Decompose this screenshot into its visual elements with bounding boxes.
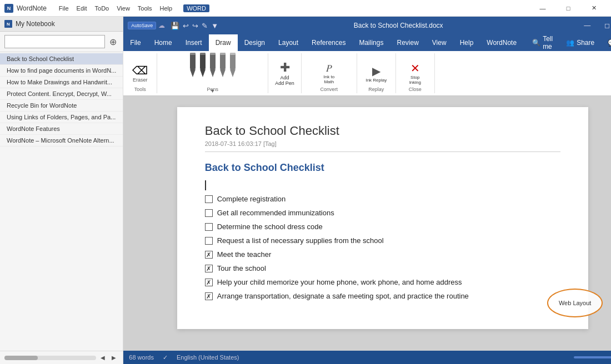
- ink-to-math-button[interactable]: 𝑃 Ink to Math: [317, 60, 341, 87]
- checkbox-1[interactable]: [205, 209, 213, 217]
- tab-file[interactable]: File: [123, 34, 147, 51]
- tools-group-label: Tools: [123, 87, 157, 92]
- sidebar-item-7[interactable]: WordNote – Microsoft OneNote Altern...: [0, 135, 123, 146]
- scroll-right-button[interactable]: ▶: [109, 353, 118, 362]
- sidebar-footer: ◀ ▶: [0, 351, 123, 364]
- pen-1[interactable]: [188, 53, 197, 77]
- undo-icon[interactable]: ↩: [182, 21, 190, 31]
- page-meta: 2018-07-31 16:03:17 [Tag]: [205, 140, 560, 147]
- add-page-button[interactable]: ⊕: [107, 36, 118, 47]
- status-right: 100%: [574, 354, 611, 361]
- checkbox-6[interactable]: ✗: [205, 279, 213, 286]
- replay-icon: ▶: [372, 64, 380, 78]
- sidebar-nav: ◀ ▶: [98, 353, 118, 362]
- sidebar-item-1[interactable]: How to find page documents in WordN...: [0, 65, 123, 77]
- comment-button[interactable]: 💬: [601, 34, 611, 51]
- tab-help[interactable]: Help: [453, 34, 480, 51]
- zoom-slider[interactable]: [574, 356, 611, 358]
- sidebar-search: ⊕: [0, 32, 123, 52]
- sidebar-scrollbar[interactable]: [4, 356, 96, 360]
- sidebar-item-5[interactable]: Using Links of Folders, Pages, and Pa...: [0, 112, 123, 123]
- sidebar-scroll-thumb[interactable]: [4, 356, 38, 360]
- pens-group-label: Pens: [157, 87, 268, 92]
- tab-design[interactable]: Design: [238, 34, 272, 51]
- save-icon[interactable]: 💾: [169, 21, 181, 31]
- svg-marker-4: [200, 69, 206, 77]
- sidebar-item-3[interactable]: Protect Content. Encrypt, Decrypt, W...: [0, 88, 123, 100]
- menu-view[interactable]: View: [113, 4, 133, 13]
- sidebar-item-4[interactable]: Recycle Bin for WordNote: [0, 100, 123, 112]
- menu-todo[interactable]: ToDo: [92, 4, 113, 13]
- checkbox-0[interactable]: [205, 195, 213, 203]
- convert-buttons: 𝑃 Ink to Math: [317, 60, 341, 87]
- svg-rect-5: [200, 53, 206, 55]
- redo-icon[interactable]: ↪: [191, 21, 199, 31]
- ink-replay-button[interactable]: ▶ Ink Replay: [362, 62, 390, 85]
- checkbox-4[interactable]: ✗: [205, 251, 213, 259]
- sidebar-header: N My Notebook: [0, 17, 123, 32]
- search-input[interactable]: [4, 35, 105, 48]
- pens-group: ▼ Pens: [157, 53, 268, 93]
- tab-view[interactable]: View: [425, 34, 453, 51]
- scroll-left-button[interactable]: ◀: [98, 353, 107, 362]
- pen-5[interactable]: [228, 53, 237, 77]
- tab-mailings[interactable]: Mailings: [352, 34, 390, 51]
- sidebar-item-2[interactable]: How to Make Drawings and Handwrit...: [0, 77, 123, 88]
- checklist-text-2: Determine the school dress code: [217, 223, 323, 231]
- close-button[interactable]: ✕: [581, 0, 607, 17]
- page-title: Back to School Checklist: [205, 124, 560, 138]
- checklist-item-5: ✗ Tour the school: [205, 264, 560, 272]
- menu-help[interactable]: Help: [157, 4, 176, 13]
- svg-rect-11: [220, 53, 226, 55]
- sidebar-item-6[interactable]: WordNote Features: [0, 123, 123, 135]
- sidebar-item-0[interactable]: Back to School Checklist: [0, 53, 123, 65]
- checkbox-7[interactable]: ✗: [205, 292, 213, 300]
- notebook-icon: N: [4, 20, 12, 28]
- quick-access-toolbar: 💾 ↩ ↪ ✎ ▼: [169, 21, 219, 31]
- title-bar-controls: — □ ✕: [530, 0, 607, 17]
- checklist-item-4: ✗ Meet the teacher: [205, 250, 560, 259]
- word-restore-button[interactable]: ◻: [597, 17, 611, 34]
- pen-3[interactable]: [208, 53, 217, 77]
- svg-rect-12: [230, 53, 236, 69]
- pen-2[interactable]: [198, 53, 207, 77]
- maximize-button[interactable]: □: [555, 0, 581, 17]
- pen-quick-icon[interactable]: ✎: [201, 21, 209, 31]
- minimize-button[interactable]: —: [530, 0, 555, 17]
- close-group-label: Close: [396, 87, 434, 92]
- tab-tell-me[interactable]: 🔍 Tell me: [525, 34, 559, 51]
- pen-4[interactable]: [218, 53, 227, 77]
- word-title-left: AutoSave ☁ 💾 ↩ ↪ ✎ ▼: [128, 21, 219, 31]
- menu-tools[interactable]: Tools: [134, 4, 156, 13]
- share-icon: 👥: [566, 39, 574, 47]
- page-title-area: Back to School Checklist 2018-07-31 16:0…: [205, 124, 560, 152]
- tab-review[interactable]: Review: [390, 34, 425, 51]
- add-pen-button[interactable]: ✚ Add Add Pen: [273, 59, 297, 87]
- share-button[interactable]: 👥 Share: [559, 34, 601, 51]
- tab-home[interactable]: Home: [148, 34, 179, 51]
- menu-edit[interactable]: Edit: [73, 4, 91, 13]
- menu-file[interactable]: File: [56, 4, 72, 13]
- ink-to-math-icon: 𝑃: [326, 63, 332, 74]
- word-minimize-button[interactable]: —: [577, 17, 597, 34]
- add-pen-group: ✚ Add Add Pen: [268, 53, 302, 93]
- tab-draw[interactable]: Draw: [209, 34, 238, 51]
- cursor: [205, 180, 206, 190]
- checklist-text-5: Tour the school: [217, 264, 266, 272]
- tab-insert[interactable]: Insert: [179, 34, 209, 51]
- checkbox-3[interactable]: [205, 237, 213, 245]
- cloud-icon: ☁: [158, 22, 165, 29]
- checkbox-2[interactable]: [205, 223, 213, 231]
- tab-layout[interactable]: Layout: [272, 34, 305, 51]
- eraser-button[interactable]: ⌫ Eraser: [128, 62, 152, 85]
- svg-marker-10: [220, 69, 226, 77]
- tab-references[interactable]: References: [305, 34, 352, 51]
- web-layout-badge[interactable]: Web Layout: [547, 289, 603, 317]
- checkbox-5[interactable]: ✗: [205, 265, 213, 272]
- check-icon: ✓: [163, 354, 168, 361]
- dropdown-icon[interactable]: ▼: [210, 21, 219, 31]
- checklist-text-4: Meet the teacher: [217, 250, 272, 259]
- title-bar-menu: File Edit ToDo View Tools Help: [56, 4, 176, 13]
- tab-wordnote[interactable]: WordNote: [480, 34, 523, 51]
- stop-inking-button[interactable]: ✕ Stop Inking: [403, 59, 427, 87]
